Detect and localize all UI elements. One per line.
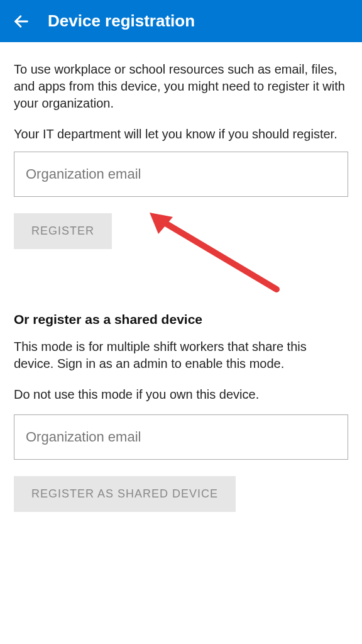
back-arrow-icon[interactable]: [13, 13, 30, 30]
shared-device-title: Or register as a shared device: [14, 312, 348, 327]
intro-paragraph-2: Your IT department will let you know if …: [14, 126, 348, 143]
shared-device-description: This mode is for multiple shift workers …: [14, 338, 348, 372]
shared-device-warning: Do not use this mode if you own this dev…: [14, 386, 348, 403]
register-button[interactable]: REGISTER: [14, 213, 112, 249]
register-shared-device-button[interactable]: REGISTER AS SHARED DEVICE: [14, 476, 236, 512]
main-content: To use workplace or school resources suc…: [0, 42, 362, 512]
intro-paragraph-1: To use workplace or school resources suc…: [14, 61, 348, 112]
organization-email-field[interactable]: [14, 152, 348, 197]
page-title: Device registration: [48, 11, 195, 31]
app-header: Device registration: [0, 0, 362, 42]
shared-organization-email-field[interactable]: [14, 414, 348, 460]
